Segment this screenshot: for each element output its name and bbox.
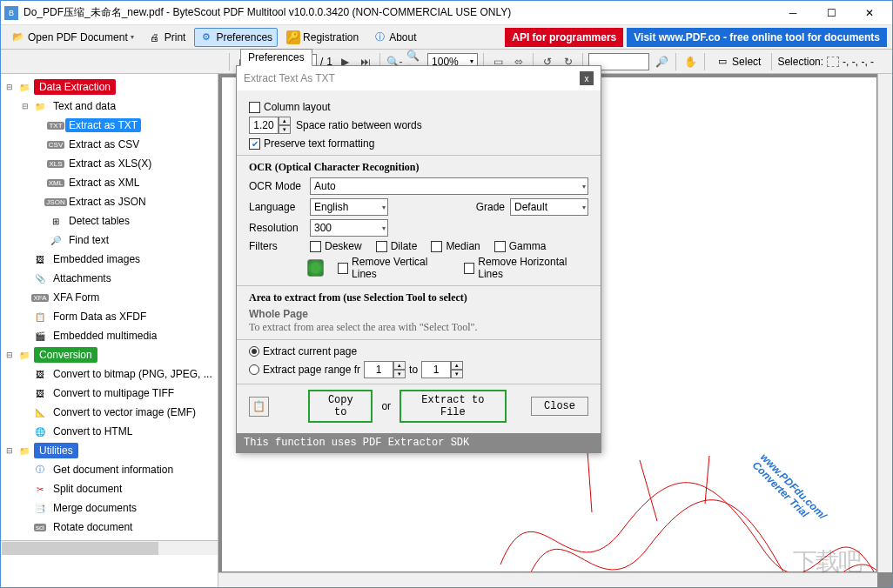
node-detect-tables[interactable]: ⊞Detect tables	[1, 211, 218, 231]
area-group-label: Area to extract from (use Selection Tool…	[249, 291, 588, 304]
node-extract-txt[interactable]: TXTExtract as TXT	[1, 116, 218, 135]
category-utilities[interactable]: ⊟📁Utilities	[1, 441, 218, 460]
space-ratio-spinner[interactable]: ▴▾	[249, 117, 291, 134]
node-find-text[interactable]: 🔎Find text	[1, 231, 218, 250]
site-watermark: 下载吧	[762, 540, 892, 584]
selection-label: Selection:	[777, 56, 823, 68]
gamma-checkbox[interactable]: Gamma	[494, 240, 547, 252]
api-programmers-link[interactable]: API for programmers	[505, 28, 623, 47]
print-button[interactable]: 🖨 Print	[143, 28, 191, 47]
node-convert-tiff[interactable]: 🖼Convert to multipage TIFF	[1, 384, 218, 403]
print-icon: 🖨	[148, 30, 162, 44]
about-button[interactable]: ⓘ About	[367, 28, 421, 47]
open-pdf-button[interactable]: 📂 Open PDF Document ▾	[6, 28, 139, 47]
extract-current-radio[interactable]: Extract current page	[249, 345, 588, 357]
folder-open-icon: 📂	[11, 30, 25, 44]
node-convert-bitmap[interactable]: 🖼Convert to bitmap (PNG, JPEG, ...	[1, 364, 218, 384]
sidebar: ⊟📁Data Extraction ⊟📁Text and data TXTExt…	[1, 74, 218, 587]
xfa-icon: XFA	[33, 291, 47, 304]
node-extract-xml[interactable]: XMLExtract as XML	[1, 173, 218, 192]
find-button[interactable]: 🔎	[653, 53, 670, 70]
ocr-mode-label: OCR Mode	[249, 180, 305, 192]
node-embedded-images[interactable]: 🖼Embedded images	[1, 250, 218, 269]
xls-icon: XLS	[49, 157, 63, 170]
minimize-button[interactable]: ─	[774, 1, 812, 25]
extract-range-radio[interactable]: Extract page range fr ▴▾ to ▴▾	[249, 361, 588, 378]
split-icon: ✂	[33, 482, 47, 496]
close-button[interactable]: ✕	[850, 1, 889, 25]
remove-hlines-checkbox[interactable]: Remove Horizontal Lines	[464, 256, 588, 280]
grade-combo[interactable]: Default▾	[510, 198, 588, 216]
space-ratio-label: Space ratio between words	[296, 119, 422, 131]
node-convert-vector[interactable]: 📐Convert to vector image (EMF)	[1, 403, 218, 422]
merge-icon: 📑	[33, 501, 47, 515]
about-label: About	[389, 31, 416, 43]
grade-label: Grade	[476, 201, 505, 213]
maximize-button[interactable]: ☐	[812, 1, 850, 25]
hand-tool-button[interactable]: ✋	[682, 53, 699, 70]
key-icon: 🔑	[286, 30, 300, 44]
registration-button[interactable]: 🔑 Registration	[281, 28, 364, 47]
node-split-doc[interactable]: ✂Split document	[1, 479, 218, 498]
selection-rect-icon	[827, 57, 839, 67]
preserve-formatting-checkbox[interactable]: ✔Preserve text formatting	[249, 137, 588, 150]
extract-to-file-button[interactable]: Extract to File	[400, 390, 507, 423]
info-icon: ⓘ	[373, 30, 386, 44]
extract-text-dialog: Preferences Extract Text As TXT x Column…	[236, 65, 601, 453]
node-xfa-form[interactable]: XFAXFA Form	[1, 288, 218, 307]
node-extract-json[interactable]: JSONExtract as JSON	[1, 192, 218, 211]
resolution-combo[interactable]: 300▾	[310, 219, 388, 237]
range-to-spinner[interactable]: ▴▾	[421, 361, 463, 378]
canvas-vscrollbar[interactable]	[877, 74, 892, 572]
resolution-label: Resolution	[249, 222, 305, 234]
table-icon: ⊞	[49, 214, 63, 228]
filter-preview-icon[interactable]	[307, 259, 324, 277]
open-pdf-label: Open PDF Document	[28, 31, 128, 43]
category-conversion[interactable]: ⊟📁Conversion	[1, 345, 218, 364]
range-from-spinner[interactable]: ▴▾	[364, 361, 406, 378]
node-form-data-xfdf[interactable]: 📋Form Data as XFDF	[1, 307, 218, 326]
node-text-and-data[interactable]: ⊟📁Text and data	[1, 97, 218, 116]
node-attachments[interactable]: 📎Attachments	[1, 269, 218, 288]
close-dialog-button[interactable]: Close	[531, 397, 588, 416]
preferences-button[interactable]: ⚙ Preferences	[194, 28, 278, 47]
node-rotate-doc[interactable]: sciRotate document	[1, 518, 218, 537]
deskew-checkbox[interactable]: Deskew	[310, 240, 362, 252]
print-label: Print	[164, 31, 186, 43]
image-icon: 🖼	[33, 252, 47, 266]
node-extract-csv[interactable]: CSVExtract as CSV	[1, 135, 218, 154]
rotate-icon: sci	[33, 520, 47, 534]
info-icon: ⓘ	[33, 463, 47, 477]
median-checkbox[interactable]: Median	[431, 240, 480, 252]
registration-label: Registration	[303, 31, 359, 43]
dilate-checkbox[interactable]: Dilate	[376, 240, 418, 252]
sidebar-scrollbar[interactable]	[1, 540, 218, 555]
select-tool-button[interactable]: ▭ Select	[710, 52, 766, 71]
copy-to-button[interactable]: Copy to	[308, 390, 373, 423]
gear-icon: ⚙	[199, 30, 213, 44]
folder-icon: 📁	[17, 80, 31, 94]
dialog-close-button[interactable]: x	[580, 71, 594, 85]
language-combo[interactable]: English▾	[310, 198, 388, 216]
multimedia-icon: 🎬	[33, 329, 47, 343]
remove-vlines-checkbox[interactable]: Remove Vertical Lines	[338, 256, 450, 280]
window-title: Do_PDF压缩_未命名_new.pdf - ByteScout PDF Mul…	[24, 5, 774, 20]
node-convert-html[interactable]: 🌐Convert to HTML	[1, 422, 218, 441]
dialog-tab-preferences[interactable]: Preferences	[240, 49, 312, 66]
tiff-icon: 🖼	[33, 386, 47, 400]
column-layout-checkbox[interactable]: Column layout	[249, 101, 588, 113]
ocr-mode-combo[interactable]: Auto▾	[310, 177, 588, 195]
category-data-extraction[interactable]: ⊟📁Data Extraction	[1, 77, 218, 97]
area-note: To extract from area select the area wit…	[249, 321, 588, 334]
html-icon: 🌐	[33, 424, 47, 438]
selection-coords: -, -, -, -	[843, 56, 874, 68]
xml-icon: XML	[49, 176, 63, 190]
clipboard-button[interactable]: 📋	[249, 397, 269, 417]
node-merge-docs[interactable]: 📑Merge documents	[1, 498, 218, 518]
or-label: or	[381, 400, 391, 412]
pdfco-link[interactable]: Visit www.PDF.co - free online tool for …	[627, 28, 887, 47]
node-embedded-multimedia[interactable]: 🎬Embedded multimedia	[1, 326, 218, 345]
node-get-doc-info[interactable]: ⓘGet document information	[1, 460, 218, 479]
node-extract-xls[interactable]: XLSExtract as XLS(X)	[1, 154, 218, 173]
attachment-icon: 📎	[33, 271, 47, 285]
